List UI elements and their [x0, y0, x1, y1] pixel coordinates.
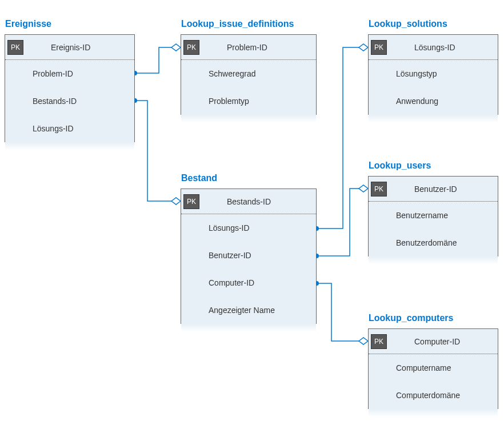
- field-row: Problemtyp: [181, 87, 316, 115]
- entity-title: Lookup_solutions: [369, 19, 447, 29]
- field-row: Lösungstyp: [369, 60, 498, 87]
- svg-marker-7: [359, 185, 368, 192]
- entity-ereignisse: Ereignisse PK Ereignis-ID Problem-ID Bes…: [5, 34, 135, 142]
- pk-row: PK Bestands-ID: [181, 189, 316, 214]
- svg-marker-1: [171, 44, 181, 51]
- pk-badge: PK: [371, 40, 387, 55]
- field-row: Angezeigter Name: [181, 296, 316, 324]
- field-row: Benutzerdomäne: [369, 229, 498, 256]
- entity-lookup-computers: Lookup_computers PK Computer-ID Computer…: [368, 328, 498, 409]
- field-row: Benutzer-ID: [181, 242, 316, 269]
- field: Benutzerdomäne: [369, 238, 457, 247]
- field: Angezeigter Name: [181, 306, 275, 315]
- svg-marker-3: [171, 198, 181, 205]
- pk-row: PK Ereignis-ID: [5, 35, 134, 60]
- field: Anwendung: [369, 97, 438, 106]
- svg-marker-5: [359, 44, 368, 51]
- field: Lösungstyp: [369, 69, 437, 78]
- field-row: Computerdomäne: [369, 382, 498, 409]
- pk-field: Computer-ID: [387, 337, 460, 346]
- pk-badge: PK: [7, 40, 23, 55]
- field: Lösungs-ID: [5, 124, 74, 133]
- entity-title: Lookup_computers: [369, 313, 453, 323]
- entity-title: Lookup_users: [369, 161, 431, 171]
- field: Bestands-ID: [5, 97, 77, 106]
- field-row: Bestands-ID: [5, 87, 134, 115]
- field: Computername: [369, 363, 451, 372]
- field: Computer-ID: [181, 278, 254, 287]
- field-row: Computer-ID: [181, 269, 316, 296]
- field: Lösungs-ID: [181, 223, 250, 232]
- entity-title: Lookup_issue_definitions: [181, 19, 294, 29]
- entity-lookup-solutions: Lookup_solutions PK Lösungs-ID Lösungsty…: [368, 34, 498, 115]
- pk-row: PK Lösungs-ID: [369, 35, 498, 60]
- field-row: Schweregrad: [181, 60, 316, 87]
- entity-bestand: Bestand PK Bestands-ID Lösungs-ID Benutz…: [181, 189, 317, 324]
- pk-field: Benutzer-ID: [387, 185, 457, 194]
- field: Benutzername: [369, 211, 448, 220]
- entity-lookup-users: Lookup_users PK Benutzer-ID Benutzername…: [368, 176, 498, 256]
- pk-field: Lösungs-ID: [387, 43, 455, 52]
- field-row: Lösungs-ID: [5, 115, 134, 142]
- field: Computerdomäne: [369, 391, 460, 400]
- pk-row: PK Computer-ID: [369, 329, 498, 354]
- field: Problemtyp: [181, 97, 249, 106]
- pk-row: PK Problem-ID: [181, 35, 316, 60]
- pk-field: Ereignis-ID: [23, 43, 90, 52]
- svg-marker-9: [359, 338, 368, 344]
- field-row: Lösungs-ID: [181, 214, 316, 242]
- field-row: Computername: [369, 354, 498, 382]
- entity-title: Bestand: [181, 173, 217, 183]
- pk-field: Bestands-ID: [199, 197, 271, 206]
- field-row: Benutzername: [369, 202, 498, 229]
- field-row: Problem-ID: [5, 60, 134, 87]
- entity-title: Ereignisse: [5, 19, 51, 29]
- pk-field: Problem-ID: [199, 43, 267, 52]
- field: Schweregrad: [181, 69, 256, 78]
- field: Problem-ID: [5, 69, 73, 78]
- pk-badge: PK: [183, 194, 199, 209]
- pk-badge: PK: [183, 40, 199, 55]
- pk-badge: PK: [371, 334, 387, 349]
- field: Benutzer-ID: [181, 251, 251, 260]
- pk-row: PK Benutzer-ID: [369, 177, 498, 202]
- field-row: Anwendung: [369, 87, 498, 115]
- pk-badge: PK: [371, 182, 387, 197]
- entity-lookup-issue-definitions: Lookup_issue_definitions PK Problem-ID S…: [181, 34, 317, 115]
